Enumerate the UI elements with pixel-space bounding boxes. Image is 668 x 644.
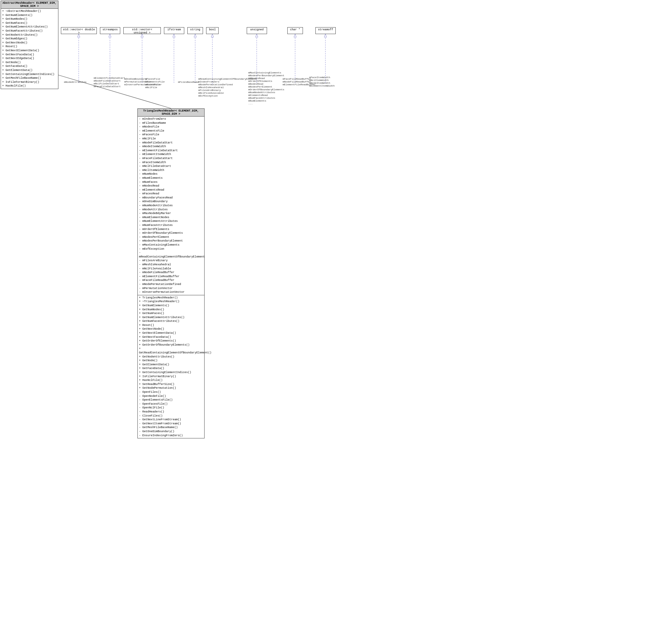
tmr-a14: - mNumNodes	[139, 172, 203, 176]
svg-marker-11	[194, 34, 196, 37]
tmr-m18: + GetContainingElementIndices()	[139, 371, 203, 375]
tmr-a40: - mFaceFileReadBuffer	[139, 279, 203, 283]
tmr-m23: - OpenFiles()	[139, 390, 203, 394]
amr-attr-9: + Reset()	[2, 45, 57, 49]
tmr-a35: - mFilesAreBinary	[139, 259, 203, 263]
tmr-a4: - mFacesFile	[139, 133, 203, 137]
tmr-m0: + TrianglesMeshReader()	[139, 296, 203, 300]
tmr-a39: - mElementFileReadBuffer	[139, 275, 203, 279]
tmr-a17: - mNodesRead	[139, 184, 203, 188]
tmr-a3: - mElementsFile	[139, 129, 203, 133]
tmr-m22: + SetNodePermutation()	[139, 386, 203, 390]
label-mFaceItemWidth: mFaceItemWidthmNclItemWidthmNodeItemWidt…	[309, 76, 335, 87]
amr-attr-1: + GetNumElements()	[2, 13, 57, 17]
tmr-a43: - mInversePermutationVector	[139, 290, 203, 294]
tmr-a11: - mFaceItemWidth	[139, 161, 203, 165]
tmr-m19: + IsFileFormatBinary()	[139, 375, 203, 379]
tmr-m29: - CloseFiles()	[139, 414, 203, 418]
tmr-a23: - mNodeAttributes	[139, 208, 203, 212]
svg-marker-9	[173, 34, 175, 37]
tmr-a30: - mNodesPerElement	[139, 235, 203, 239]
amr-attr-11: + GetNextFaceData()	[2, 53, 57, 57]
label-mMaxContaining: mMaxContainingElementsmNodesPerBoundaryE…	[248, 71, 284, 105]
tmr-a27: - mNumFaceAttributes	[139, 223, 203, 227]
tmr-a0: - mIndexFromZero	[139, 117, 203, 121]
tmr-a18: - mElementsRead	[139, 188, 203, 192]
streampos-box: streampos	[100, 27, 120, 34]
unsigned-box: unsigned	[247, 27, 267, 34]
arrows-svg	[0, 0, 668, 644]
tmr-m6: + GetNumFaceAttributes()	[139, 319, 203, 324]
abstract-mesh-reader-header: AbstractMeshReader< ELEMENT_DIM, SPACE_D…	[1, 1, 58, 9]
amr-attr-10: + GetNextElementData()	[2, 49, 57, 53]
tmr-m15: + GetNode()	[139, 359, 203, 363]
streamoff-box: streamoff	[315, 27, 336, 34]
amr-attr-15: + GetElementData()	[2, 69, 57, 73]
tmr-a12: - mNclFileDataStart	[139, 164, 203, 168]
tmr-a21: - mOneDimBoundary	[139, 200, 203, 204]
tmr-m20: + HasNclFile()	[139, 378, 203, 383]
tmr-m32: - GetMeshFileBaseName()	[139, 425, 203, 430]
amr-attr-2: + GetNumNodes()	[2, 17, 57, 21]
svg-marker-5	[109, 34, 111, 37]
tmr-a1: - mFilesBaseName	[139, 121, 203, 125]
tmr-a31: - mNodesPerBoundaryElement	[139, 239, 203, 243]
amr-attr-5: + GetNumFaceAttributes()	[2, 29, 57, 33]
tmr-m17: + GetFaceData()	[139, 366, 203, 371]
triangles-mesh-reader-box: TrianglesMeshReader< ELEMENT_DIM, SPACE_…	[137, 108, 204, 438]
label-mFilesBaseName: mFilesBaseName	[178, 80, 199, 84]
tmr-m31: - GetNextItemFromStream()	[139, 422, 203, 426]
amr-attr-18: + IsFileFormatBinary()	[2, 80, 57, 84]
tmr-m24: - OpenNodeFile()	[139, 394, 203, 399]
triangles-mesh-reader-header: TrianglesMeshReader< ELEMENT_DIM, SPACE_…	[138, 109, 204, 117]
tmr-a41: - mNodePermutationDefined	[139, 283, 203, 286]
amr-attr-8: + GetNextNode()	[2, 41, 57, 45]
triangles-methods: + TrianglesMeshReader() + ~TrianglesMesh…	[138, 295, 204, 438]
label-mNodeAttributes: mNodeAttributes	[64, 80, 87, 84]
tmr-m2: + GetNumElements()	[139, 304, 203, 308]
diagram-container: AbstractMeshReader< ELEMENT_DIM, SPACE_D…	[0, 0, 668, 644]
tmr-m7: + Reset()	[139, 324, 203, 328]
tmr-a26: - mNumElementAttributes	[139, 219, 203, 223]
char-ptr-box: char *	[287, 27, 303, 34]
svg-marker-3	[77, 34, 80, 37]
tmr-m34: - EnsureIndexingFromZero()	[139, 434, 203, 438]
tmr-a29: - mOrderOfBoundaryElements	[139, 231, 203, 235]
std-vector-unsigned-box: std::vector< unsigned >	[123, 27, 161, 34]
tmr-m16: + GetElementData()	[139, 363, 203, 367]
abstract-mesh-reader-box: AbstractMeshReader< ELEMENT_DIM, SPACE_D…	[1, 1, 58, 89]
tmr-a28: - mOrderOfElements	[139, 227, 203, 231]
tmr-m11: + GetOrderOfElements()	[139, 339, 203, 343]
tmr-a8: - mElementFileDataStart	[139, 149, 203, 153]
amr-attr-14: + GetFaceData()	[2, 64, 57, 69]
svg-marker-15	[256, 34, 258, 37]
tmr-m5: + GetNumElementAttributes()	[139, 316, 203, 320]
label-mFacesFile: mFacesFilemElementsFilemNodesFilemNclFil…	[145, 77, 165, 89]
amr-attr-19: + HasNclFile()	[2, 84, 57, 88]
abstract-mesh-reader-body: + ~AbstractMeshReader() + GetNumElements…	[1, 9, 58, 89]
tmr-m21: + SetReadBufferSize()	[139, 383, 203, 387]
tmr-a19: - mFacesRead	[139, 192, 203, 196]
svg-marker-19	[324, 34, 327, 37]
tmr-a7: - mNodeItemWidth	[139, 145, 203, 149]
tmr-m4: + GetNumFaces()	[139, 312, 203, 316]
tmr-a6: - mNodeFileDataStart	[139, 141, 203, 145]
tmr-m33: - GetOneDimBoundary()	[139, 430, 203, 434]
tmr-m30: - GetNextLineFromStream()	[139, 418, 203, 422]
tmr-a2: - mNodesFile	[139, 125, 203, 129]
amr-attr-13: + GetNode()	[2, 61, 57, 65]
tmr-a24: - mMaxNodeBdyMarker	[139, 212, 203, 215]
ifstream-box: ifstream	[164, 27, 184, 34]
tmr-a5: - mNclFile	[139, 137, 203, 141]
tmr-a25: - mNumElementNodes	[139, 215, 203, 220]
tmr-m25: - OpenElementsFile()	[139, 398, 203, 402]
tmr-m1: + ~TrianglesMeshReader()	[139, 300, 203, 304]
svg-marker-17	[294, 34, 297, 37]
amr-attr-7: + GetNumEdges()	[2, 37, 57, 41]
tmr-a9: - mElementItemWidth	[139, 152, 203, 156]
tmr-m10: + GetNextFaceData()	[139, 335, 203, 339]
tmr-m28: - ReadHeaders()	[139, 410, 203, 414]
tmr-a36: - mMeshIsHexahedral	[139, 263, 203, 267]
tmr-a32: - mMaxContainingElements	[139, 243, 203, 247]
tmr-a10: - mFaceFileDataStart	[139, 156, 203, 161]
